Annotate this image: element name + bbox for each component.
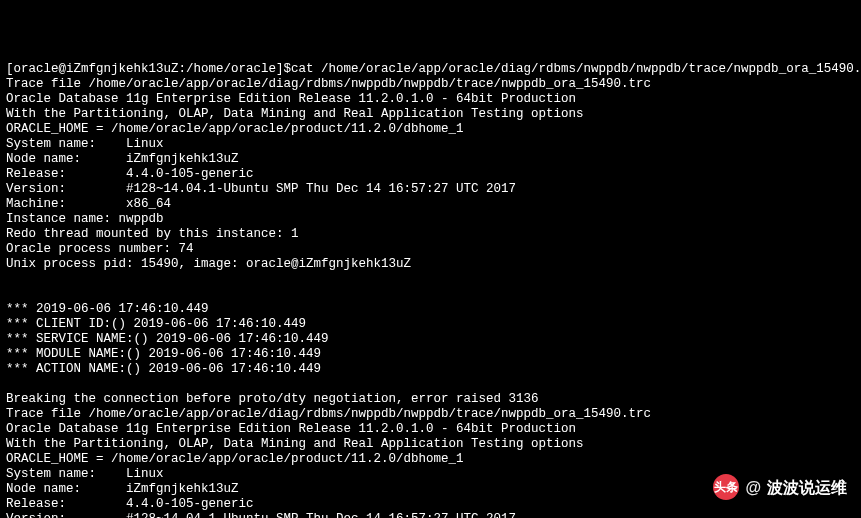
- terminal-line: Oracle Database 11g Enterprise Edition R…: [6, 422, 855, 437]
- terminal-line: Release: 4.4.0-105-generic: [6, 167, 855, 182]
- terminal-line: ORACLE_HOME = /home/oracle/app/oracle/pr…: [6, 452, 855, 467]
- watermark-logo-icon: 头条: [713, 474, 739, 500]
- terminal-line: Machine: x86_64: [6, 197, 855, 212]
- terminal-line: System name: Linux: [6, 137, 855, 152]
- terminal-line: Instance name: nwppdb: [6, 212, 855, 227]
- terminal-output[interactable]: [oracle@iZmfgnjkehk13uZ:/home/oracle]$ca…: [6, 62, 855, 518]
- terminal-line: Oracle process number: 74: [6, 242, 855, 257]
- watermark-at: @: [745, 480, 761, 495]
- terminal-line: Trace file /home/oracle/app/oracle/diag/…: [6, 407, 855, 422]
- terminal-line: [oracle@iZmfgnjkehk13uZ:/home/oracle]$ca…: [6, 62, 855, 77]
- terminal-line: *** MODULE NAME:() 2019-06-06 17:46:10.4…: [6, 347, 855, 362]
- terminal-line: [6, 272, 855, 287]
- terminal-line: Node name: iZmfgnjkehk13uZ: [6, 152, 855, 167]
- terminal-line: Unix process pid: 15490, image: oracle@i…: [6, 257, 855, 272]
- terminal-line: *** SERVICE NAME:() 2019-06-06 17:46:10.…: [6, 332, 855, 347]
- watermark-name: 波波说运维: [767, 480, 847, 495]
- terminal-line: Oracle Database 11g Enterprise Edition R…: [6, 92, 855, 107]
- terminal-line: [6, 377, 855, 392]
- terminal-line: [6, 287, 855, 302]
- terminal-line: Version: #128~14.04.1-Ubuntu SMP Thu Dec…: [6, 512, 855, 518]
- terminal-line: Version: #128~14.04.1-Ubuntu SMP Thu Dec…: [6, 182, 855, 197]
- terminal-line: *** CLIENT ID:() 2019-06-06 17:46:10.449: [6, 317, 855, 332]
- terminal-line: With the Partitioning, OLAP, Data Mining…: [6, 437, 855, 452]
- terminal-line: *** ACTION NAME:() 2019-06-06 17:46:10.4…: [6, 362, 855, 377]
- terminal-line: With the Partitioning, OLAP, Data Mining…: [6, 107, 855, 122]
- watermark: 头条 @ 波波说运维: [713, 474, 847, 500]
- terminal-line: ORACLE_HOME = /home/oracle/app/oracle/pr…: [6, 122, 855, 137]
- terminal-line: *** 2019-06-06 17:46:10.449: [6, 302, 855, 317]
- terminal-line: Breaking the connection before proto/dty…: [6, 392, 855, 407]
- terminal-line: Redo thread mounted by this instance: 1: [6, 227, 855, 242]
- terminal-line: Trace file /home/oracle/app/oracle/diag/…: [6, 77, 855, 92]
